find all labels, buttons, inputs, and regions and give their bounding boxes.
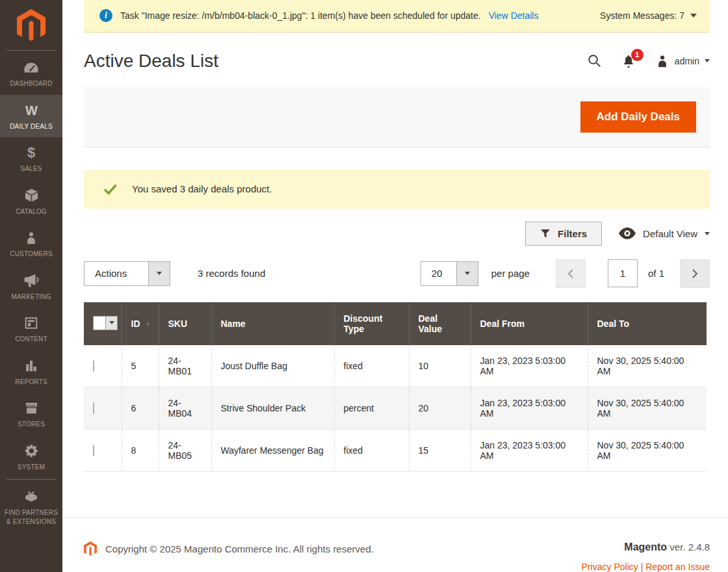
sidebar-item-label: CUSTOMERS	[10, 250, 53, 259]
column-header-deal-from[interactable]: Deal From	[471, 302, 588, 345]
checkmark-icon	[103, 183, 118, 195]
cell-deal-to: Nov 30, 2025 5:40:00 AM	[588, 387, 707, 430]
cell-name: Strive Shoulder Pack	[211, 387, 334, 430]
cell-sku: 24-MB01	[159, 345, 211, 387]
sidebar-item-catalog[interactable]: CATALOG	[0, 180, 62, 223]
cell-deal-value: 20	[409, 387, 471, 430]
daily-deals-icon: W	[25, 102, 37, 119]
eye-icon	[619, 228, 636, 239]
cell-id: 5	[122, 345, 159, 387]
sidebar-item-label: SYSTEM	[18, 463, 45, 472]
cell-id: 6	[122, 387, 159, 430]
sidebar-divider	[6, 50, 56, 51]
deals-table: ID SKU Name Discount Type Deal Value Dea…	[84, 302, 707, 473]
per-page-select[interactable]: 20	[421, 261, 478, 286]
select-all-checkbox[interactable]	[94, 317, 105, 330]
column-header-sku[interactable]: SKU	[159, 302, 211, 345]
info-icon: i	[99, 9, 112, 22]
previous-page-button[interactable]	[556, 259, 586, 288]
cell-name: Joust Duffle Bag	[211, 345, 334, 387]
dollar-icon: $	[27, 144, 35, 161]
storefront-icon	[24, 400, 39, 417]
view-details-link[interactable]: View Details	[489, 10, 539, 21]
sidebar-item-stores[interactable]: STORES	[0, 393, 62, 436]
sidebar: DASHBOARD W DAILY DEALS $ SALES CATALOG	[0, 0, 62, 572]
sidebar-item-customers[interactable]: CUSTOMERS	[0, 222, 62, 265]
system-messages-toggle[interactable]: System Messages: 7	[600, 10, 697, 21]
sidebar-item-system[interactable]: SYSTEM	[0, 436, 62, 478]
cell-name: Wayfarer Messenger Bag	[211, 430, 334, 472]
select-all-control[interactable]	[93, 316, 118, 330]
table-row[interactable]: 8 24-MB05 Wayfarer Messenger Bag fixed 1…	[84, 430, 707, 472]
column-header-deal-value[interactable]: Deal Value	[409, 302, 471, 345]
layout-window-icon	[24, 315, 38, 332]
chevron-down-icon[interactable]	[105, 317, 117, 330]
sidebar-item-label: SALES	[20, 164, 42, 174]
funnel-icon	[540, 229, 551, 239]
per-page-label: per page	[491, 268, 530, 279]
cell-discount-type: percent	[334, 387, 409, 430]
sidebar-item-label: DAILY DEALS	[10, 122, 53, 131]
chevron-left-icon	[567, 268, 574, 279]
sidebar-item-content[interactable]: CONTENT	[0, 307, 62, 350]
column-header-deal-to[interactable]: Deal To	[588, 302, 707, 345]
megaphone-icon	[23, 272, 39, 289]
brick-icon	[23, 488, 39, 505]
actions-select[interactable]: Actions	[84, 261, 170, 286]
sidebar-item-dashboard[interactable]: DASHBOARD	[0, 52, 62, 95]
page-actions-toolbar: Add Daily Deals	[84, 87, 710, 148]
cell-deal-from: Jan 23, 2023 5:03:00 AM	[471, 387, 588, 430]
column-header-discount-type[interactable]: Discount Type	[334, 302, 409, 345]
table-header-row: ID SKU Name Discount Type Deal Value Dea…	[84, 302, 707, 345]
page-number-input[interactable]	[608, 259, 638, 287]
chevron-down-icon	[148, 262, 170, 285]
page-header: Active Deals List 1	[62, 32, 728, 87]
sidebar-item-marketing[interactable]: MARKETING	[0, 265, 62, 308]
magento-logo-icon	[17, 9, 46, 42]
row-checkbox[interactable]	[93, 402, 94, 414]
sidebar-item-label: DASHBOARD	[10, 79, 52, 88]
table-row[interactable]: 5 24-MB01 Joust Duffle Bag fixed 10 Jan …	[84, 345, 707, 387]
sidebar-item-label: CONTENT	[15, 335, 47, 344]
notifications-bell-icon[interactable]: 1	[621, 53, 636, 69]
per-page-value: 20	[421, 262, 456, 285]
sidebar-item-label: CATALOG	[16, 207, 47, 216]
header-actions: 1 admin	[587, 53, 710, 69]
row-checkbox[interactable]	[93, 360, 94, 372]
cell-deal-to: Nov 30, 2025 5:40:00 AM	[588, 430, 707, 472]
sidebar-item-reports[interactable]: REPORTS	[0, 350, 62, 393]
cell-deal-from: Jan 23, 2023 5:03:00 AM	[471, 430, 588, 472]
system-messages-count: System Messages: 7	[600, 10, 684, 21]
footer-links[interactable]: Privacy Policy | Report an Issue	[582, 562, 710, 572]
view-selector[interactable]: Default View	[619, 228, 710, 239]
account-menu[interactable]: admin	[655, 54, 710, 68]
table-row[interactable]: 6 24-MB04 Strive Shoulder Pack percent 2…	[84, 387, 707, 430]
filters-button[interactable]: Filters	[525, 222, 602, 246]
page-title: Active Deals List	[84, 51, 218, 72]
notifications-badge: 1	[631, 49, 644, 61]
sidebar-item-label: STORES	[18, 420, 45, 429]
sidebar-divider	[6, 479, 56, 480]
sidebar-item-find-partners[interactable]: FIND PARTNERS & EXTENSIONS	[0, 481, 62, 532]
search-icon[interactable]	[587, 53, 602, 68]
cell-deal-value: 10	[409, 345, 471, 387]
column-header-id[interactable]: ID	[122, 302, 159, 345]
row-checkbox[interactable]	[93, 445, 94, 456]
sidebar-item-sales[interactable]: $ SALES	[0, 137, 62, 180]
column-header-name[interactable]: Name	[211, 302, 334, 345]
cell-sku: 24-MB05	[159, 430, 211, 472]
main-content: i Task "Image resize: /m/b/mb04-black-0_…	[62, 0, 728, 572]
chevron-down-icon	[705, 232, 710, 235]
cell-discount-type: fixed	[334, 345, 409, 387]
gear-icon	[24, 443, 39, 460]
sidebar-item-daily-deals[interactable]: W DAILY DEALS	[0, 95, 62, 138]
account-person-icon	[655, 54, 670, 68]
chevron-right-icon	[692, 268, 699, 279]
next-page-button[interactable]	[680, 259, 710, 288]
records-found: 3 records found	[198, 268, 265, 279]
view-label: Default View	[643, 228, 697, 239]
footer-brand: Magento	[624, 541, 667, 552]
chevron-down-icon	[705, 59, 710, 62]
magento-logo[interactable]	[0, 0, 62, 49]
add-daily-deals-button[interactable]: Add Daily Deals	[580, 101, 697, 133]
